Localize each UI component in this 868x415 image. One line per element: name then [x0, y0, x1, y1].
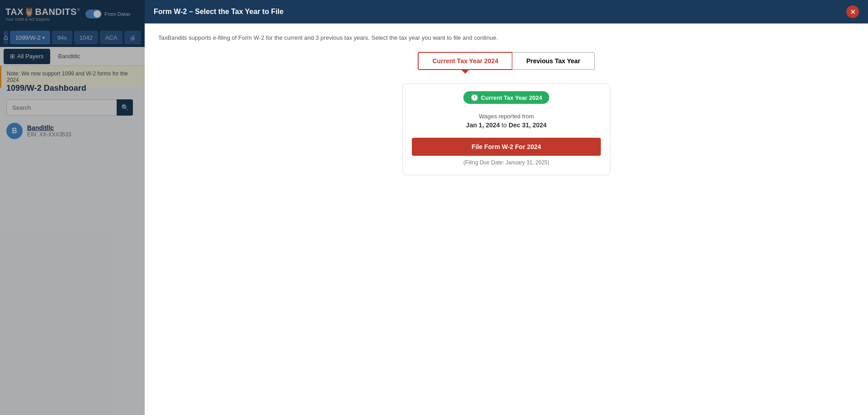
filing-due-date: (Filing Due Date: January 31, 2025) [412, 159, 601, 166]
tab-current-tax-year[interactable]: Current Tax Year 2024 [418, 52, 512, 70]
previous-tax-year-label: Previous Tax Year [526, 57, 580, 65]
modal: Form W-2 – Select the Tax Year to File ✕… [145, 0, 868, 415]
year-card: 🕐 Current Tax Year 2024 Wages reported f… [402, 84, 610, 175]
modal-description: TaxBandits supports e-filing of Form W-2… [158, 34, 854, 41]
clock-icon: 🕐 [471, 94, 478, 101]
tab-previous-tax-year[interactable]: Previous Tax Year [512, 52, 594, 70]
modal-body: TaxBandits supports e-filing of Form W-2… [145, 23, 868, 415]
modal-header: Form W-2 – Select the Tax Year to File ✕ [145, 0, 868, 23]
year-card-body: Wages reported from Jan 1, 2024 to Dec 3… [403, 104, 610, 175]
wages-range: Jan 1, 2024 to Dec 31, 2024 [412, 121, 601, 129]
year-card-header: 🕐 Current Tax Year 2024 [403, 84, 610, 104]
modal-close-button[interactable]: ✕ [846, 5, 859, 18]
close-icon: ✕ [850, 8, 856, 16]
wages-label: Wages reported from [412, 113, 601, 120]
current-tax-year-label: Current Tax Year 2024 [432, 57, 498, 65]
year-badge-label: Current Tax Year 2024 [481, 94, 542, 101]
modal-title: Form W-2 – Select the Tax Year to File [154, 8, 283, 16]
year-badge: 🕐 Current Tax Year 2024 [463, 91, 549, 104]
tax-year-tabs: Current Tax Year 2024 Previous Tax Year [158, 52, 854, 70]
file-form-button[interactable]: File Form W-2 For 2024 [412, 138, 601, 156]
